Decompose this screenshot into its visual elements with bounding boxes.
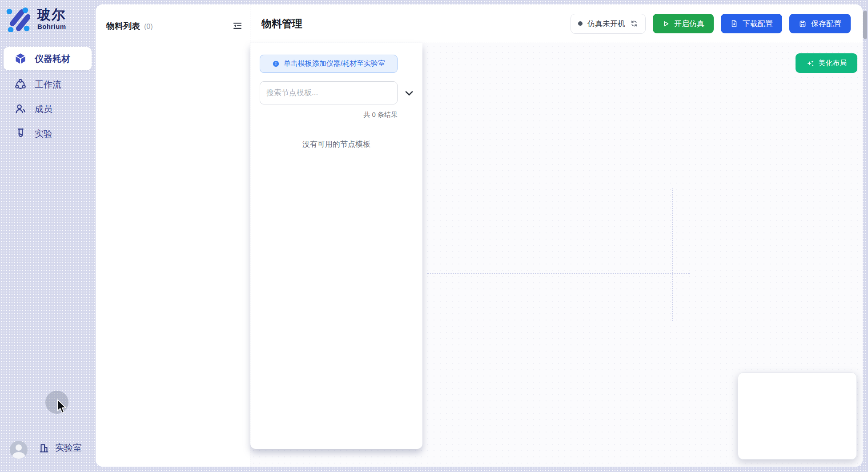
brand-name-cn: 玻尔 [37, 7, 66, 23]
sidebar-item-label: 实验 [35, 128, 52, 140]
beautify-layout-label: 美化布局 [819, 59, 847, 68]
sidebar-footer: 实验室 [0, 439, 96, 460]
simulation-status-pill: 仿真未开机 [571, 14, 646, 34]
info-icon [272, 60, 280, 68]
start-simulation-label: 开启仿真 [674, 19, 704, 29]
cube-icon [14, 52, 27, 65]
bohrium-logo-icon [5, 7, 30, 32]
page-title: 物料管理 [261, 17, 302, 31]
brand-logo: 玻尔 Bohrium [5, 7, 66, 32]
lab-switcher[interactable]: 实验室 [38, 442, 82, 454]
beautify-layout-button[interactable]: 美化布局 [796, 53, 857, 73]
sidebar-item-label: 成员 [35, 103, 52, 115]
node-template-panel: 单击模板添加仪器/耗材至实验室 共 0 条结果 没有可用的节点模板 [250, 43, 422, 449]
save-icon [799, 20, 807, 28]
search-template-input[interactable] [260, 81, 398, 104]
page-header: 物料管理 仿真未开机 开启仿真 [250, 4, 863, 43]
hint-banner: 单击模板添加仪器/耗材至实验室 [260, 55, 398, 73]
sidebar-item-workflow[interactable]: 工作流 [4, 74, 92, 95]
chevron-down-icon [405, 91, 413, 96]
building-icon [38, 442, 50, 454]
mouse-cursor [56, 399, 67, 413]
sidebar-item-instruments[interactable]: 仪器耗材 [4, 47, 92, 70]
download-config-button[interactable]: 下载配置 [721, 14, 782, 33]
save-config-button[interactable]: 保存配置 [789, 14, 851, 33]
file-download-icon [730, 20, 738, 28]
start-simulation-button[interactable]: 开启仿真 [653, 14, 714, 33]
sparkles-icon [806, 59, 815, 68]
save-config-label: 保存配置 [811, 19, 841, 29]
lab-switcher-label: 实验室 [55, 442, 82, 454]
content-card: 物料列表 (0) 物料管理 仿真未开机 [96, 4, 863, 467]
result-count: 共 0 条结果 [363, 111, 398, 119]
sidebar-item-label: 仪器耗材 [35, 53, 70, 65]
canvas-guide-vertical [672, 188, 673, 321]
material-list-title: 物料列表 [106, 20, 140, 32]
minimap-panel[interactable] [738, 372, 857, 460]
workflow-icon [14, 78, 27, 91]
sidebar-item-members[interactable]: 成员 [4, 98, 92, 120]
sidebar-item-experiments[interactable]: 实验 [4, 123, 92, 144]
experiment-icon [14, 128, 27, 140]
status-dot-icon [578, 21, 583, 26]
expand-filter-button[interactable] [402, 87, 416, 100]
hint-banner-text: 单击模板添加仪器/耗材至实验室 [284, 59, 385, 68]
collapse-panel-button[interactable] [232, 20, 243, 31]
play-icon [662, 20, 670, 28]
simulation-status-label: 仿真未开机 [587, 19, 625, 29]
download-config-label: 下载配置 [743, 19, 773, 29]
members-icon [14, 103, 27, 115]
refresh-icon[interactable] [630, 20, 638, 28]
brand-name-en: Bohrium [37, 23, 66, 30]
canvas-guide-horizontal [427, 273, 690, 274]
material-list-count: (0) [144, 23, 153, 31]
empty-template-text: 没有可用的节点模板 [250, 139, 422, 149]
sidebar-item-label: 工作流 [35, 79, 61, 91]
collapse-panel-icon [232, 20, 243, 31]
user-avatar[interactable] [10, 441, 28, 459]
page-scrollbar-thumb[interactable] [863, 11, 867, 39]
material-list-panel: 物料列表 (0) [96, 4, 250, 467]
